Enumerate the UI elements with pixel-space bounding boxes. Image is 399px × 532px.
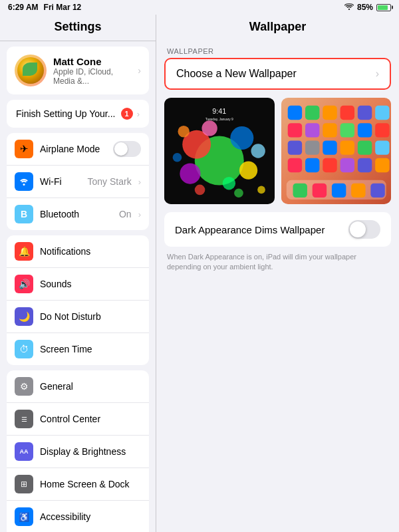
dark-appearance-toggle[interactable]	[348, 220, 380, 239]
svg-point-14	[173, 153, 182, 162]
svg-rect-42	[375, 158, 389, 172]
sounds-icon: 🔊	[15, 275, 33, 293]
sidebar-item-displaybrightness[interactable]: AA Display & Brightness	[7, 436, 149, 468]
svg-rect-22	[340, 106, 354, 120]
profile-subtitle: Apple ID, iCloud, Media &...	[53, 67, 131, 86]
sidebar-title: Settings	[0, 15, 156, 41]
accessibility-icon: ♿	[15, 507, 33, 526]
svg-rect-45	[312, 184, 326, 198]
sidebar-item-sounds[interactable]: 🔊 Sounds	[7, 268, 149, 301]
dark-appearance-hint: When Dark Appearance is on, iPad will di…	[156, 252, 399, 283]
setup-right: 1 ›	[121, 108, 140, 120]
general-icon: ⚙	[15, 377, 33, 396]
svg-point-6	[239, 162, 257, 180]
panel-title: Wallpaper	[156, 15, 399, 42]
profile-section[interactable]: Matt Cone Apple ID, iCloud, Media &... ›	[7, 47, 149, 94]
airplane-label: Airplane Mode	[40, 144, 106, 154]
controlcenter-label: Control Center	[40, 414, 141, 424]
svg-text:Tuesday, January 9: Tuesday, January 9	[205, 118, 233, 121]
bluetooth-icon: B	[15, 205, 33, 223]
svg-rect-38	[305, 158, 319, 172]
bluetooth-label: Bluetooth	[40, 209, 112, 219]
svg-rect-30	[375, 123, 389, 137]
svg-point-11	[251, 144, 265, 158]
profile-info: Matt Cone Apple ID, iCloud, Media &...	[53, 56, 131, 86]
notifications-icon: 🔔	[15, 242, 33, 261]
light-wallpaper-preview[interactable]	[281, 98, 392, 204]
sidebar-item-general[interactable]: ⚙ General	[7, 370, 149, 403]
status-time: 6:29 AM	[8, 3, 39, 12]
svg-rect-28	[340, 123, 354, 137]
svg-rect-21	[323, 106, 336, 120]
wallpaper-section-label: WALLPAPER	[167, 47, 388, 55]
status-bar: 6:29 AM Fri Mar 12 85%	[0, 0, 399, 15]
wifi-value: Tony Stark	[88, 176, 132, 187]
svg-rect-24	[375, 106, 389, 120]
svg-rect-27	[323, 123, 336, 137]
sidebar-item-airplane[interactable]: ✈ Airplane Mode	[7, 133, 149, 166]
sidebar-item-notifications[interactable]: 🔔 Notifications	[7, 235, 149, 268]
svg-point-5	[230, 126, 253, 150]
svg-rect-33	[323, 140, 336, 154]
svg-rect-32	[305, 140, 319, 154]
setup-text: Finish Setting Up Your...	[16, 108, 115, 119]
profile-chevron-icon: ›	[138, 65, 141, 76]
screentime-label: Screen Time	[40, 344, 141, 354]
svg-point-13	[234, 188, 243, 198]
display-icon: AA	[15, 442, 33, 461]
svg-rect-25	[287, 123, 301, 137]
svg-rect-31	[287, 140, 301, 154]
sidebar-item-wifi[interactable]: Wi-Fi Tony Stark ›	[7, 166, 149, 198]
choose-wallpaper-chevron-icon: ›	[376, 68, 379, 80]
sidebar-item-accessibility[interactable]: ♿ Accessibility	[7, 501, 149, 532]
notifications-label: Notifications	[40, 246, 141, 257]
choose-wallpaper-button[interactable]: Choose a New Wallpaper ›	[164, 58, 391, 90]
wallpaper-previews: 9:41 Tuesday, January 9	[156, 98, 399, 212]
dark-appearance-toggle-row: Dark Appearance Dims Wallpaper	[164, 212, 391, 247]
svg-rect-44	[293, 184, 307, 198]
airplane-toggle[interactable]	[113, 141, 141, 157]
general-label: General	[40, 381, 141, 392]
svg-rect-26	[305, 123, 319, 137]
wifi-icon	[344, 3, 354, 12]
wifi-label: Wi-Fi	[40, 176, 81, 187]
svg-point-15	[257, 186, 265, 194]
wifi-chevron-icon: ›	[138, 177, 141, 187]
svg-rect-20	[305, 106, 319, 120]
svg-text:9:41: 9:41	[212, 107, 226, 115]
svg-point-12	[195, 185, 205, 196]
settings-group-system: 🔔 Notifications 🔊 Sounds 🌙 Do Not Distur…	[7, 235, 149, 365]
svg-rect-36	[375, 140, 389, 154]
settings-group-connectivity: ✈ Airplane Mode Wi-Fi Tony Stark › B	[7, 133, 149, 230]
donotdisturb-icon: 🌙	[15, 307, 33, 326]
sidebar-item-homescreen[interactable]: ⊞ Home Screen & Dock	[7, 468, 149, 501]
choose-wallpaper-text: Choose a New Wallpaper	[176, 68, 297, 80]
homescreen-icon: ⊞	[15, 475, 33, 493]
svg-rect-37	[287, 158, 301, 172]
profile-name: Matt Cone	[53, 56, 131, 67]
setup-badge: 1	[121, 108, 133, 120]
dark-appearance-label: Dark Appearance Dims Wallpaper	[175, 224, 325, 235]
svg-rect-47	[351, 184, 365, 198]
svg-point-7	[180, 163, 200, 184]
status-date: Fri Mar 12	[44, 3, 82, 12]
sidebar-item-donotdisturb[interactable]: 🌙 Do Not Disturb	[7, 301, 149, 333]
svg-rect-29	[357, 123, 371, 137]
setup-banner[interactable]: Finish Setting Up Your... 1 ›	[7, 100, 149, 128]
controlcenter-icon: ☰	[15, 410, 33, 428]
status-right: 85%	[344, 3, 391, 12]
dark-wallpaper-preview[interactable]: 9:41 Tuesday, January 9	[164, 98, 275, 204]
svg-point-8	[201, 120, 217, 136]
sidebar-item-bluetooth[interactable]: B Bluetooth On ›	[7, 198, 149, 230]
sidebar-item-controlcenter[interactable]: ☰ Control Center	[7, 403, 149, 436]
svg-point-10	[178, 126, 190, 138]
battery-percentage: 85%	[357, 3, 373, 12]
svg-rect-40	[340, 158, 354, 172]
display-label: Display & Brightness	[40, 446, 141, 457]
svg-rect-41	[357, 158, 371, 172]
battery-icon	[376, 4, 391, 11]
homescreen-label: Home Screen & Dock	[40, 479, 141, 489]
sidebar-item-screentime[interactable]: ⏱ Screen Time	[7, 333, 149, 365]
svg-rect-35	[357, 140, 371, 154]
right-panel: Wallpaper WALLPAPER Choose a New Wallpap…	[156, 15, 399, 532]
